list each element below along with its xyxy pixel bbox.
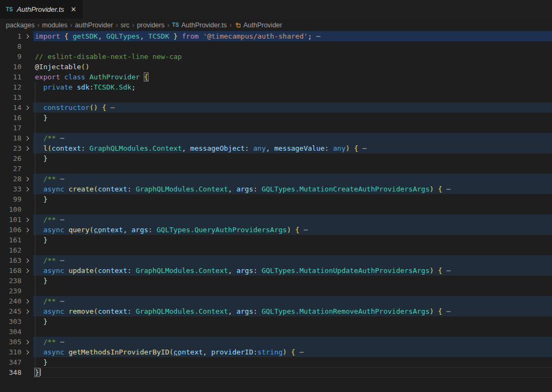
code-token: ⋯	[358, 144, 367, 152]
gutter-spacer	[21, 367, 33, 378]
code-token: /**	[43, 256, 56, 264]
code-line-240[interactable]: 240 /** ⋯	[0, 296, 552, 306]
fold-chevron-icon[interactable]	[21, 347, 33, 357]
code-line-310[interactable]: 310 async getMethodsInProviderByID(conte…	[0, 347, 552, 357]
breadcrumb-item-authprovider[interactable]: AuthProvider	[234, 21, 282, 29]
breadcrumb-item-providers[interactable]: providers	[137, 21, 164, 29]
code-line-304[interactable]: 304	[0, 327, 552, 337]
gutter-spacer	[21, 235, 33, 245]
code-line-168[interactable]: 168 async update(context: GraphQLModules…	[0, 265, 552, 276]
code-token: /**	[43, 134, 56, 142]
code-line-12[interactable]: 12 private sdk:TCSDK.Sdk;	[0, 82, 552, 92]
code-line-106[interactable]: 106 async query(context, args: GQLTypes.…	[0, 225, 552, 235]
code-line-26[interactable]: 26 }	[0, 153, 552, 164]
line-number: 33	[0, 184, 21, 194]
code-line-9[interactable]: 9// eslint-disable-next-line new-cap	[0, 51, 552, 62]
fold-chevron-icon[interactable]	[21, 296, 33, 306]
breadcrumb-label: src	[121, 21, 130, 29]
breadcrumb-label: AuthProvider.ts	[181, 21, 227, 29]
code-token: async	[43, 348, 69, 356]
breadcrumb: packages›modules›authProvider›src›provid…	[0, 19, 552, 31]
code-line-238[interactable]: 238 }	[0, 276, 552, 286]
code-token: ⋯	[56, 134, 64, 142]
code-line-163[interactable]: 163 /** ⋯	[0, 255, 552, 265]
code-line-33[interactable]: 33 async create(context: GraphQLModules.…	[0, 184, 552, 194]
code-line-99[interactable]: 99 }	[0, 194, 552, 204]
code-line-303[interactable]: 303 }	[0, 316, 552, 327]
code-token: {	[354, 144, 358, 152]
code-line-305[interactable]: 305 /** ⋯	[0, 337, 552, 347]
breadcrumb-label: AuthProvider	[244, 21, 282, 29]
code-text: }	[33, 194, 552, 204]
line-number: 23	[0, 143, 21, 153]
code-text: }	[33, 113, 552, 123]
fold-chevron-icon[interactable]	[21, 306, 33, 316]
fold-chevron-icon[interactable]	[21, 143, 33, 153]
code-token: }	[35, 358, 47, 366]
breadcrumb-item-modules[interactable]: modules	[42, 21, 68, 29]
code-token: ⋯	[442, 307, 451, 315]
code-text	[33, 204, 552, 215]
code-token	[35, 307, 43, 315]
code-token: )	[430, 267, 434, 275]
code-line-162[interactable]: 162	[0, 245, 552, 255]
fold-chevron-icon[interactable]	[21, 225, 33, 235]
breadcrumb-label: providers	[137, 21, 164, 29]
code-token: GQLTypes.MutationRemoveAuthProvidersArgs	[262, 307, 430, 315]
fold-chevron-icon[interactable]	[21, 102, 33, 113]
fold-chevron-icon[interactable]	[21, 31, 33, 41]
code-token: /**	[43, 175, 56, 183]
code-line-10[interactable]: 10@Injectable()	[0, 62, 552, 72]
code-token: import	[35, 32, 64, 40]
fold-chevron-icon[interactable]	[21, 337, 33, 347]
code-line-16[interactable]: 16 }	[0, 113, 552, 123]
code-token: /**	[43, 297, 56, 305]
code-line-27[interactable]: 27	[0, 164, 552, 174]
code-line-100[interactable]: 100	[0, 204, 552, 215]
code-token: context	[98, 267, 127, 275]
fold-chevron-icon[interactable]	[21, 133, 33, 143]
code-line-17[interactable]: 17	[0, 123, 552, 133]
close-icon[interactable]: ✕	[71, 6, 77, 13]
code-token: GQLTypes	[106, 32, 140, 40]
code-line-14[interactable]: 14 constructor() { ⋯	[0, 102, 552, 113]
code-line-245[interactable]: 245 async remove(context: GraphQLModules…	[0, 306, 552, 316]
code-token: TCSDK	[148, 32, 169, 40]
code-text: }	[33, 235, 552, 245]
code-line-13[interactable]: 13	[0, 92, 552, 102]
breadcrumb-item-src[interactable]: src	[121, 21, 130, 29]
fold-chevron-icon[interactable]	[21, 215, 33, 225]
gutter-spacer	[21, 286, 33, 296]
code-text: async remove(context: GraphQLModules.Con…	[33, 306, 552, 316]
code-line-11[interactable]: 11export class AuthProvider {	[0, 72, 552, 82]
line-number: 238	[0, 276, 21, 286]
breadcrumb-item-authprovider-ts[interactable]: TSAuthProvider.ts	[172, 21, 227, 29]
code-text: }	[33, 276, 552, 286]
code-line-161[interactable]: 161 }	[0, 235, 552, 245]
fold-chevron-icon[interactable]	[21, 265, 33, 276]
code-token: GraphQLModules.Context	[136, 185, 228, 193]
fold-chevron-icon[interactable]	[21, 174, 33, 184]
code-line-101[interactable]: 101 /** ⋯	[0, 215, 552, 225]
gutter-spacer	[21, 194, 33, 204]
line-number: 240	[0, 296, 21, 306]
breadcrumb-item-authprovider[interactable]: authProvider	[75, 21, 113, 29]
gutter-spacer	[21, 357, 33, 367]
code-line-18[interactable]: 18 /** ⋯	[0, 133, 552, 143]
code-token: }	[35, 317, 47, 326]
class-symbol-icon	[234, 21, 241, 28]
code-line-8[interactable]: 8	[0, 41, 552, 51]
code-line-28[interactable]: 28 /** ⋯	[0, 174, 552, 184]
code-line-1[interactable]: 1import { getSDK, GQLTypes, TCSDK } from…	[0, 31, 552, 41]
code-token: constructor	[43, 103, 90, 112]
code-line-347[interactable]: 347 }	[0, 357, 552, 367]
code-line-23[interactable]: 23 l(context: GraphQLModules.Context, me…	[0, 143, 552, 153]
tab-authprovider[interactable]: TS AuthProvider.ts ✕	[0, 0, 83, 19]
code-line-239[interactable]: 239	[0, 286, 552, 296]
gutter-spacer	[21, 92, 33, 102]
fold-chevron-icon[interactable]	[21, 184, 33, 194]
code-text: @Injectable()	[33, 62, 552, 72]
breadcrumb-item-packages[interactable]: packages	[6, 21, 35, 29]
fold-chevron-icon[interactable]	[21, 255, 33, 265]
code-line-348[interactable]: 348}	[0, 367, 552, 378]
